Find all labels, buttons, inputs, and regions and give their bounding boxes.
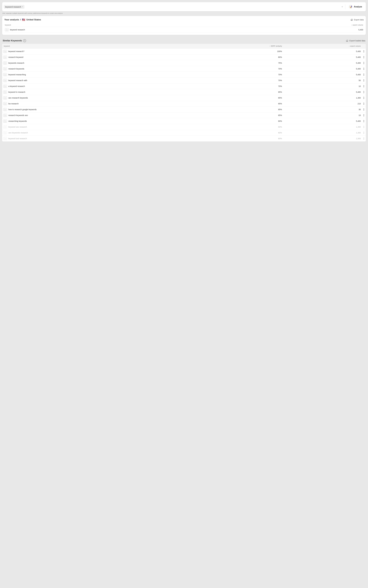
similar-serp-similarity: 65% bbox=[201, 112, 283, 118]
add-to-folder-icon[interactable] bbox=[5, 28, 9, 31]
similar-row-action[interactable] bbox=[362, 95, 366, 101]
row-menu-button[interactable] bbox=[363, 50, 365, 52]
search-hint: Hint: separate multiple keywords with co… bbox=[2, 12, 366, 14]
similar-row-action[interactable] bbox=[362, 89, 366, 95]
similar-serp-similarity: 60% bbox=[201, 136, 283, 142]
add-to-folder-icon bbox=[3, 137, 7, 140]
add-to-folder-icon[interactable] bbox=[3, 50, 7, 53]
similar-search-volume: 10 bbox=[283, 112, 362, 118]
similar-search-volume: 1,300 bbox=[283, 95, 362, 101]
row-menu-button[interactable] bbox=[363, 91, 365, 93]
similar-kw-cell: research keywords seo bbox=[2, 112, 201, 118]
similar-table-row: seo keywords research 60% 1,300 bbox=[2, 130, 366, 136]
row-menu-button[interactable] bbox=[363, 103, 365, 105]
similar-kw-cell: researching keywords bbox=[2, 118, 201, 124]
similar-row-action[interactable] bbox=[362, 66, 366, 72]
similar-keyword-text: keyword tool research bbox=[8, 138, 27, 140]
add-to-folder-icon[interactable] bbox=[3, 62, 7, 64]
search-clear-button[interactable]: × bbox=[340, 5, 344, 8]
similar-row-action bbox=[362, 136, 366, 142]
similar-table-row: research keywords 70% 5,400 bbox=[2, 66, 366, 72]
row-menu-button[interactable] bbox=[363, 114, 365, 116]
similar-table-row: keywords research 75% 5,400 bbox=[2, 60, 366, 66]
export-loaded-data-button[interactable]: Export loaded data bbox=[346, 39, 365, 42]
similar-serp-similarity: 70% bbox=[201, 66, 283, 72]
similar-row-action[interactable] bbox=[362, 83, 366, 89]
similar-keyword-text: seo keywords research bbox=[8, 132, 28, 134]
similar-keyword-text: kw research bbox=[8, 103, 18, 105]
add-to-folder-icon[interactable] bbox=[3, 108, 7, 111]
add-to-folder-icon[interactable] bbox=[3, 91, 7, 93]
similar-serp-similarity: 65% bbox=[201, 95, 283, 101]
similar-table: keyword ↕SERP similarity ↕search volume bbox=[2, 44, 366, 142]
similar-row-action[interactable] bbox=[362, 48, 366, 54]
export-data-button[interactable]: Export data bbox=[350, 18, 364, 21]
similar-search-volume: 5,400 bbox=[283, 118, 362, 124]
sv-sort-icon[interactable]: ↕ bbox=[349, 45, 350, 47]
row-menu-button[interactable] bbox=[363, 56, 365, 58]
add-to-folder-icon[interactable] bbox=[3, 79, 7, 82]
export-loaded-label: Export loaded data bbox=[349, 40, 365, 42]
similar-search-volume: 5,400 bbox=[283, 48, 362, 54]
similar-search-volume: 1,000 bbox=[283, 136, 362, 142]
similar-serp-similarity: 80% bbox=[201, 54, 283, 60]
similar-search-volume: 5,400 bbox=[283, 89, 362, 95]
row-menu-button[interactable] bbox=[363, 74, 365, 76]
row-menu-button[interactable] bbox=[363, 108, 365, 110]
similar-row-action[interactable] bbox=[362, 54, 366, 60]
add-to-folder-icon[interactable] bbox=[3, 102, 7, 105]
similar-row-action[interactable] bbox=[362, 72, 366, 78]
row-menu-button[interactable] bbox=[363, 62, 365, 64]
similar-row-action[interactable] bbox=[362, 78, 366, 83]
keyword-tag[interactable]: keyword research × bbox=[4, 5, 25, 9]
similar-search-volume: 1,300 bbox=[283, 130, 362, 136]
add-to-folder-icon[interactable] bbox=[3, 114, 7, 117]
help-icon[interactable]: ? bbox=[23, 39, 26, 42]
similar-keyword-text: keyword seo research bbox=[8, 126, 27, 128]
row-menu-button[interactable] bbox=[363, 79, 365, 82]
similar-col-search-volume: ↕search volume bbox=[283, 44, 362, 48]
similar-keyword-text: researching keywords bbox=[8, 120, 27, 122]
similar-col-action bbox=[362, 44, 366, 48]
analysis-table: keyword ↕search volume keyword bbox=[4, 23, 364, 33]
row-menu-button[interactable] bbox=[363, 120, 365, 122]
similar-table-row: keyword research? 100% 5,400 bbox=[2, 48, 366, 54]
similar-serp-similarity: 70% bbox=[201, 78, 283, 83]
similar-header: Similar Keywords ? Export loaded data bbox=[2, 37, 366, 44]
add-to-folder-icon[interactable] bbox=[3, 120, 7, 123]
add-to-folder-icon[interactable] bbox=[3, 73, 7, 76]
row-menu-button[interactable] bbox=[363, 97, 365, 99]
add-to-folder-icon[interactable] bbox=[3, 67, 7, 70]
similar-serp-similarity: 60% bbox=[201, 118, 283, 124]
similar-serp-similarity: 65% bbox=[201, 101, 283, 107]
analysis-title: Your analysis / 🇺🇸 United States bbox=[4, 18, 41, 21]
export-loaded-cloud-icon bbox=[346, 39, 349, 42]
add-to-folder-icon[interactable] bbox=[3, 56, 7, 59]
similar-row-action[interactable] bbox=[362, 112, 366, 118]
add-to-folder-icon[interactable] bbox=[3, 85, 7, 88]
similar-search-volume: 5,400 bbox=[283, 60, 362, 66]
similar-kw-cell: research keywords bbox=[2, 66, 201, 72]
similar-row-action[interactable] bbox=[362, 107, 366, 112]
row-menu-button[interactable] bbox=[363, 85, 365, 87]
analyze-button[interactable]: Analyze bbox=[346, 3, 364, 10]
serp-sort-icon[interactable]: ↕ bbox=[269, 45, 270, 47]
keyword-tag-remove[interactable]: × bbox=[22, 6, 23, 8]
similar-kw-cell: a keyword research bbox=[2, 83, 201, 89]
similar-row-action[interactable] bbox=[362, 101, 366, 107]
similar-kw-cell: keyword researching bbox=[2, 72, 201, 78]
country-name: United States bbox=[26, 18, 41, 21]
row-menu-button[interactable] bbox=[363, 68, 365, 70]
similar-search-volume: 5,400 bbox=[283, 54, 362, 60]
similar-keyword-text: keyword researching bbox=[8, 74, 26, 76]
similar-row-action[interactable] bbox=[362, 60, 366, 66]
rocket-icon bbox=[349, 5, 353, 9]
similar-row-action[interactable] bbox=[362, 118, 366, 124]
add-to-folder-icon[interactable] bbox=[3, 96, 7, 99]
analysis-title-text: Your analysis bbox=[4, 18, 19, 21]
sort-icon[interactable]: ↕ bbox=[351, 24, 352, 26]
analysis-kw-cell: keyword research bbox=[4, 27, 227, 33]
similar-search-volume: 5,400 bbox=[283, 66, 362, 72]
analysis-keyword-text: keyword research bbox=[10, 29, 25, 31]
similar-keyword-text: keyword research? bbox=[8, 50, 24, 52]
